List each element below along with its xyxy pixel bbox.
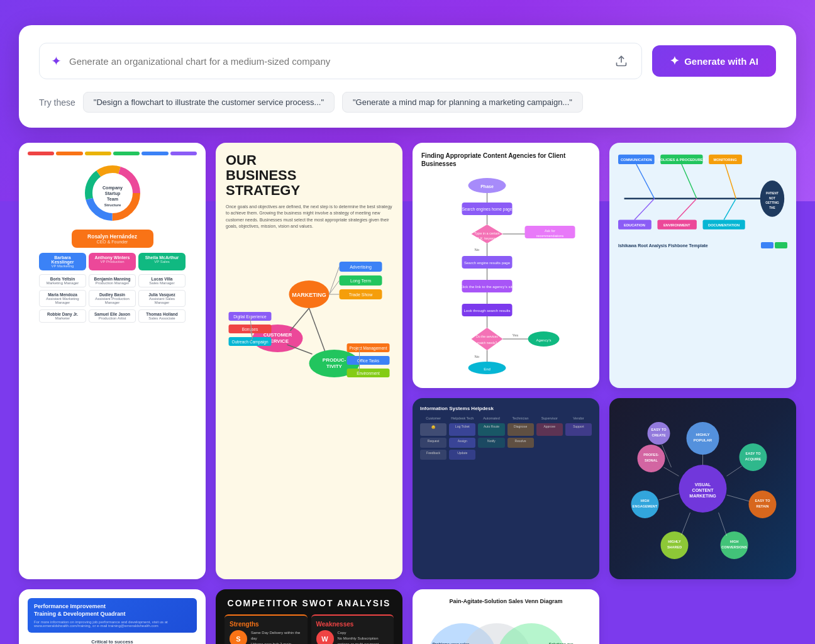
sparkle-icon: ✦ (51, 53, 62, 69)
svg-text:Outreach Campaign: Outreach Campaign (231, 340, 269, 345)
svg-text:Do the services: Do the services (476, 335, 498, 338)
svg-text:Yes: Yes (513, 333, 519, 337)
search-input-wrapper[interactable]: ✦ (39, 43, 642, 79)
svg-text:POPULAR: POPULAR (694, 438, 712, 442)
svg-line-134 (659, 494, 679, 500)
svg-line-130 (682, 513, 690, 535)
svg-text:EASY TO: EASY TO (755, 499, 771, 502)
fishbone-title: Ishikawa Root Analysis Fishbone Template (618, 243, 708, 248)
svg-text:DOCUMENTATION: DOCUMENTATION (708, 223, 740, 227)
svg-text:SHARED: SHARED (667, 545, 682, 549)
svg-text:TIVITY: TIVITY (326, 364, 343, 369)
svg-text:Structure: Structure (104, 203, 121, 207)
svg-line-138 (664, 467, 679, 476)
svg-text:Look through search results: Look through search results (463, 309, 510, 313)
helpdesk-card[interactable]: Information Systems Helpdesk Customer 😊 … (413, 398, 599, 579)
svg-text:Office Tasks: Office Tasks (357, 358, 380, 363)
quadrant-title: Performance ImprovementTraining & Develo… (34, 603, 191, 618)
upload-button[interactable] (613, 52, 630, 70)
svg-text:No: No (475, 248, 480, 252)
svg-text:Search engine results page: Search engine results page (464, 261, 511, 265)
helpdesk-title: Information Systems Helpdesk (420, 406, 592, 411)
business-strategy-card[interactable]: OURBUSINESSSTRATEGY Once goals and objec… (216, 143, 402, 579)
flowchart-card[interactable]: Finding Appropriate Content Agencies for… (413, 143, 599, 388)
svg-text:CONTENT: CONTENT (692, 488, 714, 492)
swot-card[interactable]: COMPETITOR SWOT ANALYSIS Strengths S Sam… (216, 589, 402, 644)
svg-text:HIGHLY: HIGHLY (696, 433, 709, 436)
svg-text:EDUCATION: EDUCATION (624, 223, 645, 227)
svg-line-104 (635, 199, 655, 220)
suggestion-chip-1[interactable]: "Design a flowchart to illustrate the cu… (83, 92, 335, 113)
svg-line-105 (677, 199, 697, 220)
svg-line-106 (724, 199, 736, 220)
svg-text:Ask for: Ask for (545, 229, 555, 233)
generate-button[interactable]: ✦ Generate with AI (652, 45, 776, 77)
venn-title: Pain-Agitate-Solution Sales Venn Diagram (421, 598, 590, 604)
svg-text:HIGH: HIGH (641, 499, 650, 502)
svg-text:CONVERSIONS: CONVERSIONS (721, 545, 747, 549)
svg-text:HIGHLY: HIGHLY (668, 540, 681, 543)
search-input[interactable] (69, 56, 605, 67)
svg-text:PROFES-: PROFES- (643, 453, 659, 457)
search-card: ✦ ✦ Generate with AI Try these "Design a… (19, 25, 796, 128)
svg-text:MONITORING: MONITORING (713, 158, 737, 162)
org-chart-card[interactable]: Company Startup Team Structure Rosalyn H… (19, 143, 206, 579)
svg-text:Team: Team (107, 197, 118, 201)
svg-text:PRODUC-: PRODUC- (323, 357, 347, 363)
svg-text:Advertising: Advertising (350, 265, 372, 270)
svg-text:ACQUIRE: ACQUIRE (745, 457, 762, 461)
svg-text:POLICIES & PROCEDURES: POLICIES & PROCEDURES (658, 158, 705, 162)
svg-line-95 (636, 164, 655, 199)
svg-line-96 (682, 164, 697, 199)
svg-text:EASY TO: EASY TO (746, 452, 762, 455)
svg-text:Search engines home page: Search engines home page (462, 207, 513, 212)
svg-text:HIGH: HIGH (730, 540, 739, 543)
svg-text:Type in a certain: Type in a certain (474, 231, 499, 235)
svg-text:MARKETING: MARKETING (689, 494, 716, 498)
circles-mindmap-card[interactable]: VISUAL CONTENT MARKETING HIGHLY POPULAR … (609, 398, 796, 579)
svg-text:Trade Show: Trade Show (349, 292, 373, 297)
svg-text:ENGAGEMENT: ENGAGEMENT (633, 504, 658, 508)
svg-line-19 (330, 280, 340, 294)
svg-text:ENVIRONMENT: ENVIRONMENT (663, 223, 690, 227)
svg-line-126 (719, 513, 727, 536)
generate-sparkle-icon: ✦ (670, 54, 679, 68)
svg-text:Phase: Phase (480, 184, 494, 189)
svg-text:VISUAL: VISUAL (695, 482, 711, 487)
svg-line-45 (291, 308, 309, 331)
svg-text:Click the link to the agency's: Click the link to the agency's site (460, 285, 514, 289)
svg-text:Environment: Environment (357, 371, 380, 375)
performance-quadrant-card[interactable]: Performance ImprovementTraining & Develo… (19, 589, 206, 644)
try-these-label: Try these (39, 97, 75, 108)
svg-text:RETAIN: RETAIN (756, 504, 768, 508)
svg-text:Company: Company (103, 186, 123, 191)
venn-card[interactable]: Pain-Agitate-Solution Sales Venn Diagram… (413, 589, 599, 644)
generate-button-label: Generate with AI (684, 56, 758, 67)
svg-marker-72 (472, 328, 503, 350)
svg-text:EASY TO: EASY TO (651, 428, 667, 431)
svg-text:recommendations: recommendations (536, 234, 564, 238)
svg-text:MARKETING: MARKETING (292, 292, 326, 298)
svg-text:End: End (484, 367, 491, 371)
svg-text:SIONAL: SIONAL (645, 458, 658, 462)
svg-text:CREATE: CREATE (651, 433, 666, 437)
svg-text:GETTING: GETTING (765, 201, 779, 204)
svg-text:No: No (475, 355, 480, 358)
svg-line-122 (727, 495, 750, 501)
svg-text:COMMUNICATION: COMMUNICATION (621, 158, 652, 162)
svg-text:THE: THE (769, 206, 775, 209)
svg-text:D.K. keyword: D.K. keyword (477, 236, 497, 240)
swot-title: COMPETITOR SWOT ANALYSIS (225, 598, 394, 608)
svg-line-118 (727, 466, 742, 476)
svg-text:Project Management: Project Management (350, 346, 387, 351)
svg-text:Long Term: Long Term (350, 279, 371, 284)
fishbone-card[interactable]: COMMUNICATION POLICIES & PROCEDURES MONI… (609, 143, 796, 388)
suggestion-chip-2[interactable]: "Generate a mind map for planning a mark… (342, 92, 583, 113)
svg-text:match needs?: match needs? (477, 341, 497, 345)
svg-line-46 (309, 308, 325, 351)
svg-text:PATIENT: PATIENT (766, 192, 779, 195)
svg-line-18 (330, 267, 340, 294)
svg-text:Startup: Startup (104, 191, 120, 196)
flowchart-title: Finding Appropriate Content Agencies for… (421, 152, 590, 168)
svg-text:Agency's: Agency's (536, 338, 551, 342)
